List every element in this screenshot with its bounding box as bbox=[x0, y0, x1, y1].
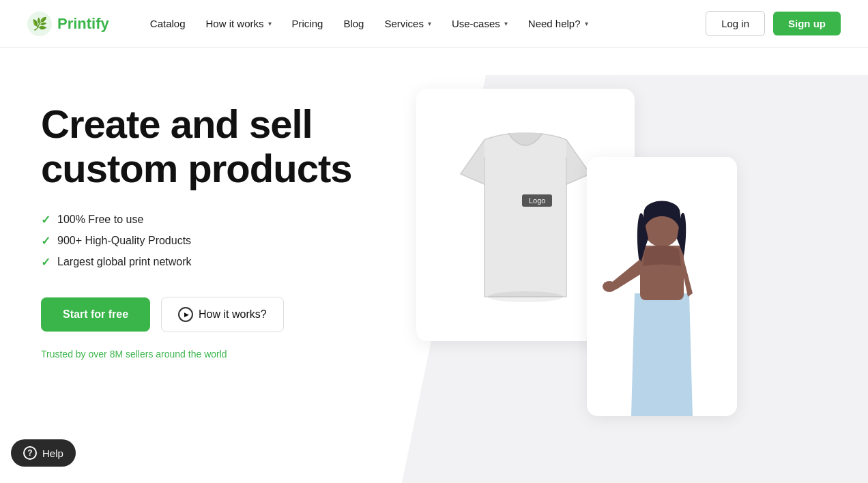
help-button[interactable]: ? Help bbox=[11, 439, 76, 467]
hero-buttons: Start for free ▶ How it works? bbox=[41, 297, 396, 332]
svg-point-2 bbox=[488, 291, 563, 302]
start-for-free-button[interactable]: Start for free bbox=[41, 297, 150, 332]
hero-content: Create and sell custom products ✓ 100% F… bbox=[41, 89, 396, 360]
feature-item-1: ✓ 100% Free to use bbox=[41, 213, 396, 227]
feature-text-2: 900+ High-Quality Products bbox=[57, 235, 191, 247]
logo-text: Printify bbox=[57, 15, 109, 33]
logo-link[interactable]: 🌿 Printify bbox=[27, 12, 109, 36]
nav-actions: Log in Sign up bbox=[706, 11, 841, 36]
tshirt-illustration bbox=[444, 119, 607, 310]
trusted-text: Trusted by over 8M sellers around the wo… bbox=[41, 349, 396, 360]
hero-features-list: ✓ 100% Free to use ✓ 900+ High-Quality P… bbox=[41, 213, 396, 269]
nav-item-blog[interactable]: Blog bbox=[335, 12, 372, 35]
person-card bbox=[587, 157, 737, 416]
hero-illustration: Logo bbox=[396, 89, 841, 483]
nav-item-catalog[interactable]: Catalog bbox=[142, 12, 194, 35]
feature-text-3: Largest global print network bbox=[57, 256, 192, 268]
login-button[interactable]: Log in bbox=[706, 11, 765, 36]
how-it-works-label: How it works? bbox=[199, 308, 267, 321]
nav-item-need-help[interactable]: Need help? ▾ bbox=[520, 12, 596, 35]
nav-links: Catalog How it works ▾ Pricing Blog Serv… bbox=[142, 12, 706, 35]
chevron-down-icon: ▾ bbox=[585, 20, 588, 27]
svg-point-6 bbox=[603, 281, 616, 292]
play-icon: ▶ bbox=[178, 307, 193, 322]
check-icon-2: ✓ bbox=[41, 234, 50, 248]
feature-item-2: ✓ 900+ High-Quality Products bbox=[41, 234, 396, 248]
person-illustration bbox=[587, 157, 737, 416]
logo-badge: Logo bbox=[522, 194, 552, 207]
printify-logo-icon: 🌿 bbox=[27, 12, 52, 36]
nav-item-use-cases[interactable]: Use-cases ▾ bbox=[444, 12, 516, 35]
nav-item-services[interactable]: Services ▾ bbox=[376, 12, 439, 35]
help-label: Help bbox=[42, 448, 63, 459]
nav-item-how-it-works[interactable]: How it works ▾ bbox=[198, 12, 280, 35]
hero-title: Create and sell custom products bbox=[41, 102, 396, 191]
check-icon-3: ✓ bbox=[41, 255, 50, 269]
how-it-works-button[interactable]: ▶ How it works? bbox=[161, 297, 284, 332]
hero-section: Create and sell custom products ✓ 100% F… bbox=[0, 48, 868, 483]
svg-text:🌿: 🌿 bbox=[32, 16, 48, 31]
navbar: 🌿 Printify Catalog How it works ▾ Pricin… bbox=[0, 0, 868, 48]
feature-text-1: 100% Free to use bbox=[57, 214, 143, 226]
help-icon: ? bbox=[23, 446, 37, 460]
chevron-down-icon: ▾ bbox=[268, 20, 272, 27]
nav-item-pricing[interactable]: Pricing bbox=[284, 12, 332, 35]
signup-button[interactable]: Sign up bbox=[773, 12, 841, 35]
feature-item-3: ✓ Largest global print network bbox=[41, 255, 396, 269]
chevron-down-icon: ▾ bbox=[428, 20, 431, 27]
chevron-down-icon: ▾ bbox=[504, 20, 508, 27]
check-icon-1: ✓ bbox=[41, 213, 50, 227]
